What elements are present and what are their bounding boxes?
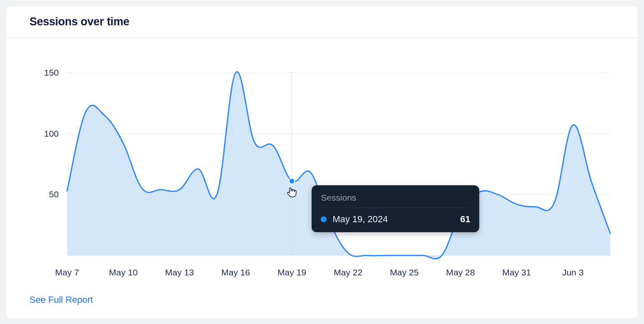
x-tick-label: May 7 xyxy=(55,268,79,277)
x-tick-label: May 16 xyxy=(221,268,250,277)
tooltip-row: May 19, 2024 61 xyxy=(321,214,470,225)
chart-tooltip: Sessions May 19, 2024 61 xyxy=(312,185,479,232)
y-tick-label: 150 xyxy=(44,68,59,77)
chart-area[interactable]: 50100150May 7May 10May 13May 16May 19May… xyxy=(29,56,615,289)
x-tick-label: May 22 xyxy=(334,268,362,277)
x-tick-label: May 13 xyxy=(165,268,194,277)
x-tick-label: Jun 3 xyxy=(562,268,584,277)
x-tick-label: May 10 xyxy=(109,268,137,277)
hover-point xyxy=(289,178,295,184)
y-tick-label: 100 xyxy=(44,129,59,138)
card-header: Sessions over time xyxy=(6,6,638,38)
series-dot-icon xyxy=(321,216,327,222)
card-title: Sessions over time xyxy=(29,15,615,28)
x-tick-label: May 19 xyxy=(278,268,306,277)
sessions-area-chart[interactable]: 50100150May 7May 10May 13May 16May 19May… xyxy=(29,56,615,289)
x-tick-label: May 28 xyxy=(446,268,475,277)
see-full-report-link[interactable]: See Full Report xyxy=(29,295,93,305)
y-tick-label: 50 xyxy=(49,189,59,199)
tooltip-date: May 19, 2024 xyxy=(332,214,388,225)
tooltip-value: 61 xyxy=(460,214,470,225)
x-tick-label: May 25 xyxy=(390,268,419,277)
tooltip-divider xyxy=(321,208,470,208)
x-tick-label: May 31 xyxy=(503,268,531,277)
sessions-card: Sessions over time 50100150May 7May 10Ma… xyxy=(6,6,638,319)
tooltip-title: Sessions xyxy=(321,193,470,203)
